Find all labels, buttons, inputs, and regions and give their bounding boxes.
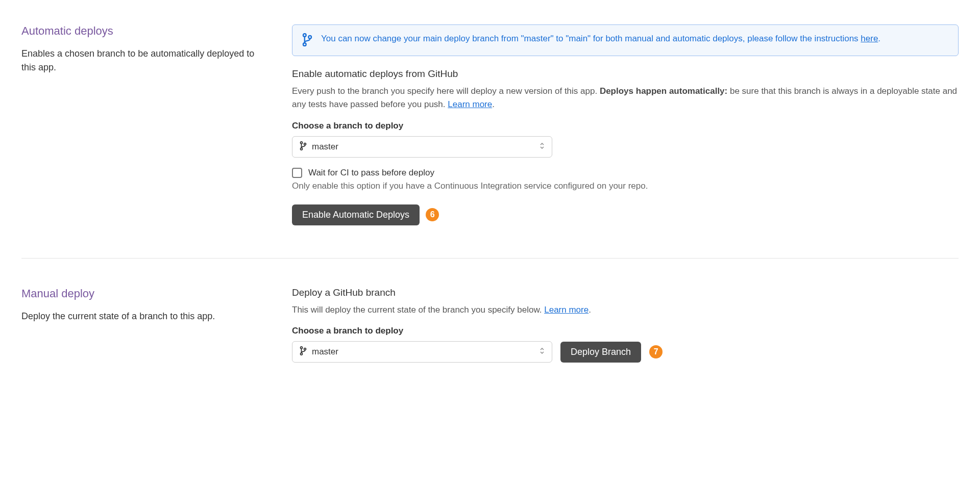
manual-choose-branch-label: Choose a branch to deploy: [292, 326, 959, 336]
updown-caret-icon: [540, 142, 545, 152]
svg-point-1: [308, 36, 311, 39]
manual-branch-value: master: [312, 347, 540, 357]
manual-learn-more-link[interactable]: Learn more: [544, 305, 589, 315]
manual-right-column: Deploy a GitHub branch This will deploy …: [292, 287, 959, 363]
banner-text: You can now change your main deploy bran…: [321, 32, 880, 45]
auto-subheading: Enable automatic deploys from GitHub: [292, 68, 959, 80]
updown-caret-icon: [540, 347, 545, 357]
svg-point-0: [303, 34, 306, 37]
auto-description: Enables a chosen branch to be automatica…: [21, 47, 261, 74]
manual-branch-select[interactable]: master: [292, 341, 552, 363]
svg-point-8: [301, 353, 303, 355]
manual-heading: Manual deploy: [21, 287, 261, 300]
wait-for-ci-label: Wait for CI to pass before deploy: [308, 168, 434, 178]
auto-right-column: You can now change your main deploy bran…: [292, 24, 959, 225]
manual-para-end: .: [589, 305, 591, 315]
section-automatic-deploys: Automatic deploys Enables a chosen branc…: [21, 24, 959, 246]
svg-point-4: [304, 143, 306, 145]
auto-branch-value: master: [312, 142, 540, 152]
svg-point-7: [304, 348, 306, 350]
auto-para-before-strong: Every push to the branch you specify her…: [292, 86, 600, 96]
manual-para-before: This will deploy the current state of th…: [292, 305, 544, 315]
auto-choose-branch-label: Choose a branch to deploy: [292, 121, 959, 131]
wait-for-ci-row: Wait for CI to pass before deploy: [292, 168, 959, 178]
svg-point-3: [301, 142, 303, 144]
manual-paragraph: This will deploy the current state of th…: [292, 303, 959, 317]
manual-left-column: Manual deploy Deploy the current state o…: [21, 287, 272, 363]
auto-heading: Automatic deploys: [21, 24, 261, 38]
banner-text-before: You can now change your main deploy bran…: [321, 34, 861, 43]
branch-rename-banner: You can now change your main deploy bran…: [292, 24, 959, 56]
manual-description: Deploy the current state of a branch to …: [21, 310, 261, 323]
svg-point-2: [303, 43, 306, 46]
svg-point-5: [301, 148, 303, 150]
section-manual-deploy: Manual deploy Deploy the current state o…: [21, 258, 959, 383]
banner-here-link[interactable]: here: [861, 34, 878, 43]
auto-left-column: Automatic deploys Enables a chosen branc…: [21, 24, 272, 225]
auto-branch-select[interactable]: master: [292, 136, 552, 158]
auto-paragraph: Every push to the branch you specify her…: [292, 85, 959, 112]
auto-para-end: .: [492, 99, 495, 109]
auto-learn-more-link[interactable]: Learn more: [448, 99, 492, 109]
manual-deploy-row: master Deploy Branch 7: [292, 341, 959, 363]
wait-for-ci-hint: Only enable this option if you have a Co…: [292, 181, 959, 191]
git-branch-icon: [300, 346, 307, 357]
auto-para-strong: Deploys happen automatically:: [600, 86, 727, 96]
wait-for-ci-checkbox[interactable]: [292, 168, 302, 178]
git-branch-icon: [300, 141, 307, 152]
git-branch-icon: [302, 33, 313, 48]
manual-subheading: Deploy a GitHub branch: [292, 287, 959, 298]
svg-point-6: [301, 347, 303, 349]
callout-badge-7: 7: [649, 345, 663, 358]
banner-text-after: .: [878, 34, 880, 43]
enable-automatic-deploys-button[interactable]: Enable Automatic Deploys: [292, 204, 420, 225]
auto-button-row: Enable Automatic Deploys 6: [292, 204, 959, 225]
callout-badge-6: 6: [426, 208, 439, 221]
deploy-branch-button[interactable]: Deploy Branch: [560, 342, 641, 363]
